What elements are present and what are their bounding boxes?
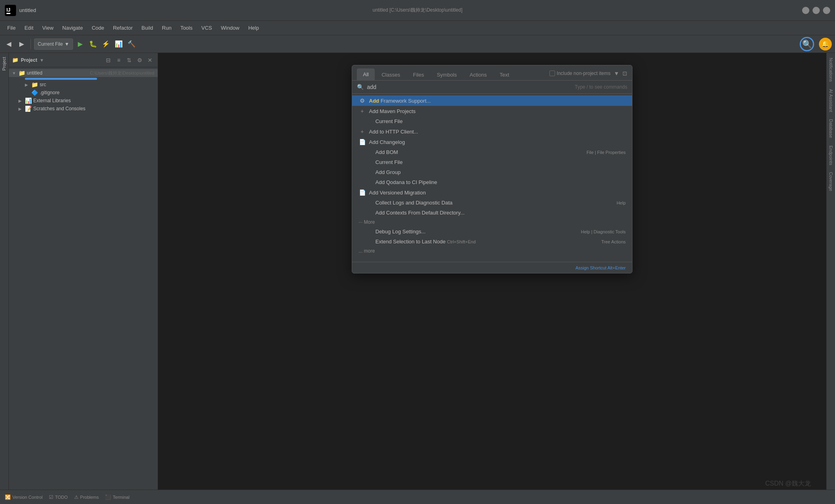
close-button[interactable] (823, 7, 830, 14)
assign-shortcut-link[interactable]: Assign Shortcut Alt+Enter (576, 265, 626, 270)
filter-button[interactable]: ⇅ (125, 56, 134, 65)
include-non-project-text: Include non-project items (557, 71, 610, 76)
status-version-control[interactable]: 🔀 Version Control (5, 494, 43, 500)
result-more[interactable]: ··· More (352, 218, 632, 227)
result-add-http-client[interactable]: + Add to HTTP Client... (352, 126, 632, 137)
result-add-framework-support[interactable]: ⚙ Add Framework Support... (352, 95, 632, 106)
app-logo: IJ (5, 5, 16, 16)
search-tab-classes[interactable]: Classes (375, 69, 406, 80)
result-debug-log-settings[interactable]: Debug Log Settings... Help | Diagnostic … (352, 227, 632, 237)
tree-label-scratches: Scratches and Consoles (33, 106, 154, 111)
menu-item-code[interactable]: Code (88, 23, 108, 32)
tree-item-external-libraries[interactable]: ▶ 📊 External Libraries (9, 97, 158, 105)
menu-item-run[interactable]: Run (158, 23, 176, 32)
back-button[interactable]: ◀ (3, 38, 14, 50)
src-folder-icon: 📁 (31, 81, 38, 88)
menu-item-navigate[interactable]: Navigate (58, 23, 87, 32)
tree-label-gitignore: .gitignore (40, 90, 154, 95)
sidebar-item-database[interactable]: Database (827, 116, 835, 141)
result-current-file-2[interactable]: Current File (352, 157, 632, 167)
expand-all-button[interactable]: ≡ (114, 56, 123, 65)
project-header-chevron[interactable]: ▼ (40, 58, 44, 63)
search-tab-files[interactable]: Files (407, 69, 430, 80)
project-header: 📁 Project ▼ ⊟ ≡ ⇅ ⚙ ✕ (9, 53, 158, 67)
run-config-selector[interactable]: Current File ▼ (34, 38, 73, 50)
collapse-all-button[interactable]: ⊟ (104, 56, 113, 65)
sidebar-item-coverage[interactable]: Coverage (827, 169, 835, 194)
sidebar-item-endpoints[interactable]: Endpoints (827, 142, 835, 168)
run-button[interactable]: ▶ (75, 38, 86, 50)
result-text-rest: Framework Support... (379, 98, 431, 104)
tree-item-src[interactable]: ▶ 📁 src (9, 81, 158, 89)
close-panel-button[interactable]: ✕ (146, 56, 154, 65)
coverage-button[interactable]: ⚡ (100, 38, 111, 50)
include-non-project-checkbox[interactable] (549, 71, 555, 76)
menu-item-window[interactable]: Window (217, 23, 243, 32)
search-input[interactable] (367, 84, 572, 90)
result-text-framework-support: Add Framework Support... (369, 98, 626, 104)
profile-button[interactable]: 📊 (113, 38, 124, 50)
forward-button[interactable]: ▶ (16, 38, 27, 50)
menu-item-file[interactable]: File (3, 23, 20, 32)
project-tree: ▼ 📁 untitled C:\Users\魏帅龙\Desktop\untitl… (9, 67, 158, 490)
result-add-maven-projects[interactable]: + Add Maven Projects (352, 106, 632, 116)
status-terminal[interactable]: ⬛ Terminal (105, 494, 130, 500)
project-header-actions: ⊟ ≡ ⇅ ⚙ ✕ (104, 56, 154, 65)
minimize-button[interactable] (802, 7, 809, 14)
status-todo-label: TODO (55, 495, 68, 500)
svg-rect-1 (6, 13, 10, 14)
status-todo[interactable]: ☑ TODO (49, 494, 68, 500)
http-client-prefix-icon: + (359, 128, 366, 135)
result-collect-logs[interactable]: Collect Logs and Diagnostic Data Help (352, 198, 632, 208)
menu-item-edit[interactable]: Edit (20, 23, 37, 32)
result-add-versioned-migration[interactable]: 📄 Add Versioned Migration (352, 187, 632, 198)
menu-item-tools[interactable]: Tools (176, 23, 197, 32)
gitignore-file-icon: 🔷 (31, 89, 38, 96)
tree-item-scratches[interactable]: ▶ 📝 Scratches and Consoles (9, 105, 158, 113)
result-add-group[interactable]: Add Group (352, 167, 632, 177)
assign-shortcut-bar: Assign Shortcut Alt+Enter (352, 262, 632, 273)
expand-icon[interactable]: ⊡ (622, 70, 627, 77)
tree-item-gitignore[interactable]: ▶ 🔷 .gitignore (9, 89, 158, 97)
maximize-button[interactable] (813, 7, 820, 14)
search-everywhere-button[interactable]: 🔍 (800, 37, 814, 51)
result-extend-selection[interactable]: Extend Selection to Last Node Ctrl+Shift… (352, 237, 632, 247)
search-tab-all[interactable]: All (357, 69, 375, 80)
svg-text:IJ: IJ (6, 7, 10, 13)
search-popup-overlay: All Classes Files Symbols Actions Text I… (158, 53, 826, 490)
menu-item-help[interactable]: Help (244, 23, 263, 32)
extend-selection-category: Tree Actions (601, 239, 626, 244)
result-add-qodana[interactable]: Add Qodana to CI Pipeline (352, 177, 632, 187)
filter-icon[interactable]: ▼ (614, 70, 619, 77)
sidebar-item-project[interactable]: Project (0, 53, 8, 75)
tree-label-src: src (40, 82, 154, 87)
menu-item-refactor[interactable]: Refactor (109, 23, 137, 32)
status-bar: 🔀 Version Control ☑ TODO ⚠ Problems ⬛ Te… (0, 490, 835, 504)
changelog-icon: 📄 (359, 139, 366, 145)
external-libraries-icon: 📊 (25, 97, 32, 104)
debug-button[interactable]: 🐛 (87, 38, 99, 50)
status-problems[interactable]: ⚠ Problems (74, 494, 99, 500)
menu-item-build[interactable]: Build (138, 23, 157, 32)
search-tab-symbols[interactable]: Symbols (431, 69, 463, 80)
project-header-title: Project (21, 57, 37, 63)
sidebar-item-ai-assistant[interactable]: AI Assistant (827, 86, 835, 115)
tree-item-root[interactable]: ▼ 📁 untitled C:\Users\魏帅龙\Desktop\untitl… (9, 69, 158, 77)
menu-item-view[interactable]: View (38, 23, 57, 32)
menu-item-vcs[interactable]: VCS (197, 23, 216, 32)
result-current-file-1[interactable]: Current File (352, 116, 632, 126)
result-text-add-contexts: Add Contexts From Default Directory... (375, 210, 626, 216)
settings-button[interactable]: ⚙ (135, 56, 144, 65)
notification-badge[interactable]: 🔔 (819, 38, 832, 51)
root-folder-icon: 📁 (18, 70, 25, 76)
menu-bar: FileEditViewNavigateCodeRefactorBuildRun… (0, 21, 835, 35)
search-tab-text[interactable]: Text (494, 69, 515, 80)
result-more-bottom[interactable]: ... more (352, 247, 632, 255)
build-button[interactable]: 🔨 (126, 38, 137, 50)
result-add-changelog[interactable]: 📄 Add Changelog (352, 137, 632, 147)
search-tab-actions[interactable]: Actions (464, 69, 493, 80)
include-non-project-label[interactable]: Include non-project items (549, 71, 610, 76)
result-add-bom[interactable]: Add BOM File | File Properties (352, 147, 632, 157)
sidebar-item-notifications[interactable]: Notifications (827, 55, 835, 85)
result-add-contexts[interactable]: Add Contexts From Default Directory... (352, 208, 632, 218)
